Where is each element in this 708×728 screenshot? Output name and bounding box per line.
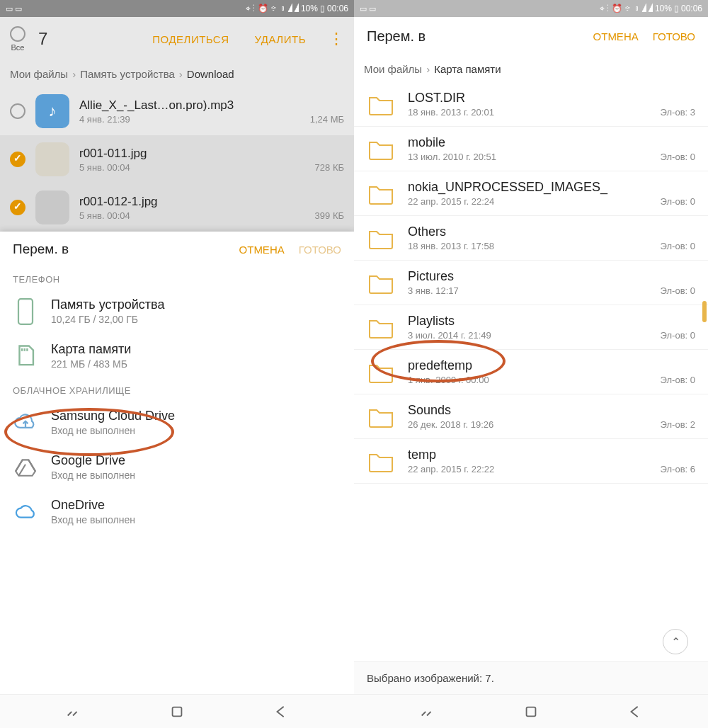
folder-count: Эл-ов: 6 [661,464,695,474]
cancel-button[interactable]: ОТМЕНА [239,244,285,256]
delete-button[interactable]: УДАЛИТЬ [255,33,306,45]
nav-recent-icon[interactable] [419,704,435,720]
done-button[interactable]: ГОТОВО [653,30,695,42]
folder-row[interactable]: Others 18 янв. 2013 г. 17:58Эл-ов: 0 [354,216,708,261]
breadcrumb-item[interactable]: Память устройства [80,68,175,80]
file-info: Allie_X_-_Last…on.pro).mp3 4 янв. 21:391… [79,98,344,125]
scrollbar-thumb[interactable] [702,301,707,322]
folder-row[interactable]: Sounds 26 дек. 2018 г. 19:26Эл-ов: 2 [354,394,708,439]
svg-rect-0 [18,299,33,324]
scroll-to-top-button[interactable]: ⌃ [663,629,688,654]
folder-name: temp [408,448,695,462]
folder-name: Others [408,224,695,239]
nav-back-icon[interactable] [273,704,289,720]
breadcrumb-item[interactable]: Мои файлы [364,63,422,75]
folder-count: Эл-ов: 2 [661,419,695,430]
folder-count: Эл-ов: 0 [661,241,695,251]
folder-name: predeftemp [408,358,695,373]
storage-item[interactable]: Samsung Cloud Drive Вход не выполнен [0,400,354,445]
storage-item[interactable]: OneDrive Вход не выполнен [0,489,354,534]
nav-home-icon[interactable] [523,704,539,720]
file-checkbox[interactable] [10,200,25,215]
folder-row[interactable]: temp 22 апр. 2015 г. 22:22Эл-ов: 6 [354,439,708,484]
file-thumbnail: ♪ [35,94,69,128]
folder-date: 22 апр. 2015 г. 22:22 [408,464,494,474]
more-menu-icon[interactable]: ⋮ [329,30,344,48]
folder-date: 1 янв. 2009 г. 00:00 [408,375,489,385]
folder-icon [367,92,395,116]
folder-name: nokia_UNPROCESSED_IMAGES_ [408,180,695,195]
select-all-label: Все [11,43,25,52]
select-all[interactable]: Все [10,26,25,52]
folder-count: Эл-ов: 0 [661,330,695,341]
nav-back-icon[interactable] [627,704,643,720]
status-right-icons: ⌖ ⋮ ⏰ ᯤ ▯ ◢ ◢ [246,4,299,13]
folder-icon [367,315,395,339]
folder-date: 3 янв. 12:17 [408,285,459,296]
file-date: 4 янв. 21:39 [79,114,130,125]
storage-subtitle: 221 МБ / 483 МБ [51,358,341,370]
cancel-button[interactable]: ОТМЕНА [593,30,639,42]
folder-date: 22 апр. 2015 г. 22:24 [408,196,494,207]
storage-name: Карта памяти [51,342,341,357]
file-list: ♪ Allie_X_-_Last…on.pro).mp3 4 янв. 21:3… [0,87,354,232]
storage-name: Память устройства [51,297,341,312]
file-checkbox[interactable] [10,152,25,167]
sd-icon [13,343,38,369]
file-row[interactable]: r001-011.jpg 5 янв. 00:04728 КБ [0,135,354,183]
storage-name: Google Drive [51,453,341,468]
file-row[interactable]: ♪ Allie_X_-_Last…on.pro).mp3 4 янв. 21:3… [0,87,354,135]
done-button[interactable]: ГОТОВО [299,244,341,256]
select-all-checkbox[interactable] [10,26,25,42]
file-info: r001-011.jpg 5 янв. 00:04728 КБ [79,147,344,173]
folder-row[interactable]: predeftemp 1 янв. 2009 г. 00:00Эл-ов: 0 [354,350,708,394]
storage-item[interactable]: Память устройства 10,24 ГБ / 32,00 ГБ [0,289,354,334]
folder-icon [367,137,395,161]
share-button[interactable]: ПОДЕЛИТЬСЯ [152,33,229,45]
storage-subtitle: Вход не выполнен [51,514,341,525]
folder-date: 18 янв. 2013 г. 17:58 [408,241,494,251]
nav-home-icon[interactable] [169,704,185,720]
folder-row[interactable]: LOST.DIR 18 янв. 2013 г. 20:01Эл-ов: 3 [354,82,708,127]
breadcrumb-item[interactable]: Мои файлы [10,68,68,80]
folder-icon [367,226,395,250]
selection-status: Выбрано изображений: 7. [354,661,708,694]
storage-item[interactable]: Google Drive Вход не выполнен [0,445,354,489]
status-right-icons: ⌖ ⋮ ⏰ ᯤ ▯ ◢ ◢ [600,4,653,13]
breadcrumb: Мои файлы › Память устройства › Download [0,61,354,87]
folder-count: Эл-ов: 3 [661,107,695,118]
file-name: r001-012-1.jpg [79,195,344,209]
move-header: Перем. в ОТМЕНА ГОТОВО [354,17,708,56]
folder-row[interactable]: nokia_UNPROCESSED_IMAGES_ 22 апр. 2015 г… [354,171,708,216]
folder-name: Playlists [408,314,695,329]
folder-count: Эл-ов: 0 [661,375,695,385]
folder-count: Эл-ов: 0 [661,152,695,162]
status-time: 00:06 [327,4,348,13]
folder-icon [367,181,395,205]
battery-percent: 10% [655,4,672,13]
file-name: Allie_X_-_Last…on.pro).mp3 [79,98,344,113]
file-size: 399 КБ [315,210,344,221]
folder-count: Эл-ов: 0 [661,196,695,207]
battery-icon: ▯ [320,4,325,13]
file-row[interactable]: r001-012-1.jpg 5 янв. 00:04399 КБ [0,183,354,232]
breadcrumb-item-current: Карта памяти [434,63,501,75]
chevron-right-icon: › [72,68,76,80]
folder-name: Pictures [408,269,695,284]
file-thumbnail [35,190,69,224]
folder-row[interactable]: mobile 13 июл. 2010 г. 20:51Эл-ов: 0 [354,127,708,171]
file-checkbox[interactable] [10,103,25,119]
folder-row[interactable]: Playlists 3 июл. 2014 г. 21:49Эл-ов: 0 [354,305,708,350]
storage-list: Память устройства 10,24 ГБ / 32,00 ГБ Ка… [0,289,354,378]
folder-date: 13 июл. 2010 г. 20:51 [408,152,496,162]
folder-name: mobile [408,135,695,150]
svg-rect-2 [527,707,536,716]
nav-recent-icon[interactable] [65,704,81,720]
file-size: 728 КБ [315,162,344,173]
folder-row[interactable]: Pictures 3 янв. 12:17Эл-ов: 0 [354,261,708,305]
storage-subtitle: Вход не выполнен [51,425,341,436]
gdrive-icon [13,455,38,480]
phone-right: ▭ ▭ ⌖ ⋮ ⏰ ᯤ ▯ ◢ ◢ 10% ▯ 00:06 Перем. в О… [354,0,708,728]
onedrive-icon [13,499,38,525]
storage-item[interactable]: Карта памяти 221 МБ / 483 МБ [0,334,354,378]
